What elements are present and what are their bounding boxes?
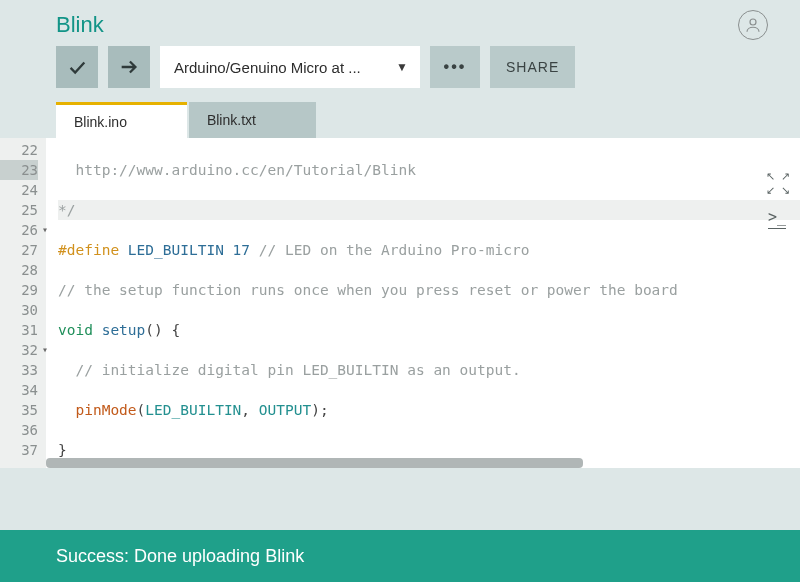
status-message: Success: Done uploading Blink <box>56 546 304 567</box>
share-button[interactable]: SHARE <box>490 46 575 88</box>
upload-button[interactable] <box>108 46 150 88</box>
chevron-down-icon: ▼ <box>396 60 408 74</box>
board-select[interactable]: Arduino/Genuino Micro at ... ▼ <box>160 46 420 88</box>
status-bar: Success: Done uploading Blink <box>0 530 800 582</box>
user-icon <box>744 16 762 34</box>
svg-point-0 <box>750 19 756 25</box>
tab-bar: Blink.ino Blink.txt <box>0 102 800 138</box>
arrow-right-icon <box>118 56 140 78</box>
code-editor[interactable]: 22 23 24 25 26 27 28 29 30 31 32 33 34 3… <box>0 138 800 468</box>
user-avatar[interactable] <box>738 10 768 40</box>
fullscreen-icon[interactable]: ↖↗↙↘ <box>766 172 788 194</box>
line-gutter: 22 23 24 25 26 27 28 29 30 31 32 33 34 3… <box>0 138 46 468</box>
tab-blink-txt[interactable]: Blink.txt <box>189 102 316 138</box>
board-select-label: Arduino/Genuino Micro at ... <box>174 59 361 76</box>
verify-button[interactable] <box>56 46 98 88</box>
toolbar: Arduino/Genuino Micro at ... ▼ ••• SHARE <box>0 46 800 102</box>
more-button[interactable]: ••• <box>430 46 480 88</box>
horizontal-scrollbar[interactable] <box>46 458 792 468</box>
page-title: Blink <box>56 12 104 38</box>
command-panel-icon[interactable]: >_ <box>768 208 786 229</box>
code-area[interactable]: http://www.arduino.cc/en/Tutorial/Blink … <box>46 138 800 468</box>
tab-blink-ino[interactable]: Blink.ino <box>56 102 187 138</box>
check-icon <box>66 56 88 78</box>
scrollbar-thumb[interactable] <box>46 458 583 468</box>
